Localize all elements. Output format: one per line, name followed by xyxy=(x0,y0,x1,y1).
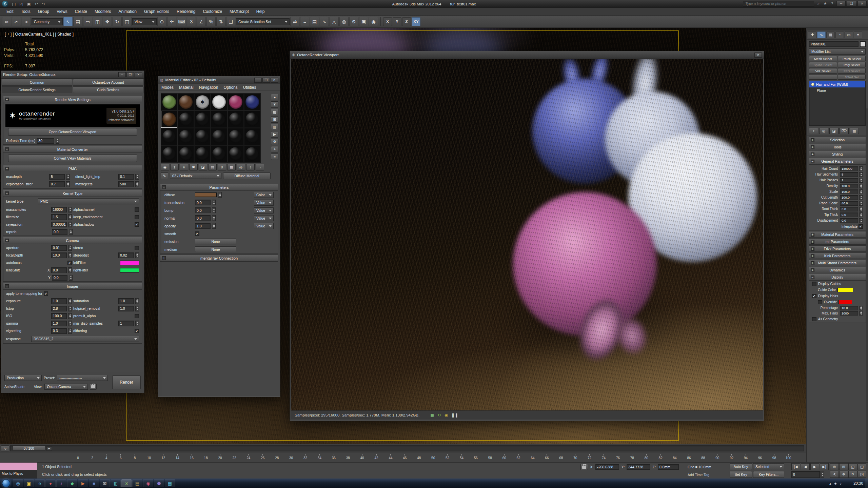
maximize-icon[interactable]: ❐ xyxy=(126,72,134,77)
material-sample-slot[interactable] xyxy=(161,145,177,162)
material-sample-slot[interactable] xyxy=(161,128,177,145)
window-crossing-icon[interactable]: ◫ xyxy=(93,17,102,26)
axis-constraint-button[interactable]: Y xyxy=(393,17,401,26)
kernel-type-dropdown[interactable]: PMC xyxy=(38,198,139,204)
menu-item[interactable]: Views xyxy=(53,8,71,15)
search-input[interactable] xyxy=(743,1,814,6)
keep-environment-checkbox[interactable] xyxy=(135,215,139,219)
display-tab-icon[interactable]: ▭ xyxy=(845,32,853,38)
alphachannel-checkbox[interactable] xyxy=(135,207,139,212)
help-icon[interactable]: ? xyxy=(829,1,835,6)
pan-icon[interactable]: ✥ xyxy=(839,471,848,478)
filtersize-field[interactable]: 1.5 xyxy=(51,214,67,220)
taskbar-app-icon[interactable]: e xyxy=(35,479,45,487)
percentage-field[interactable]: 10.0 xyxy=(840,306,858,310)
select-and-scale-icon[interactable]: ◱ xyxy=(122,17,132,26)
render-setup-tab[interactable]: OctaneRender Settings xyxy=(2,86,72,93)
view-dropdown[interactable]: OctaneCamera xyxy=(44,384,88,390)
taskbar-app-icon[interactable]: ♪ xyxy=(56,479,66,487)
time-slider-handle[interactable]: 0 / 100 xyxy=(13,446,45,451)
gamma-field[interactable]: 1.0 xyxy=(51,321,67,326)
apply-tone-mapping-checkbox[interactable]: ✔ xyxy=(44,291,48,296)
render-setup-titlebar[interactable]: Render Setup: Octane3dsmax ─ ❐ ✕ xyxy=(1,71,144,79)
panel-scrollbar[interactable] xyxy=(866,108,868,461)
material-editor-menu-item[interactable]: Modes xyxy=(161,84,174,91)
motion-tab-icon[interactable]: ◔ xyxy=(835,32,844,38)
rollout-header[interactable]: +Selection xyxy=(809,137,866,143)
material-sample-slot[interactable] xyxy=(211,128,227,145)
set-key-button[interactable]: Set Key xyxy=(730,471,752,478)
preset-dropdown[interactable]: ------------------- xyxy=(57,375,108,381)
as-geometry-checkbox[interactable] xyxy=(812,317,816,321)
reset-map-icon[interactable]: ✖ xyxy=(189,164,198,170)
selection-filter-dropdown[interactable]: Geometry xyxy=(32,18,63,25)
parameter-field[interactable]: 100.0 xyxy=(840,189,858,194)
selection-lock-toggle[interactable] xyxy=(580,464,588,470)
rollout-header[interactable]: +Kink Parameters xyxy=(809,252,866,259)
macro-recorder-line[interactable] xyxy=(0,463,37,470)
add-time-tag[interactable]: Add Time Tag xyxy=(688,473,709,477)
leftfilter-color-swatch[interactable] xyxy=(120,261,139,265)
material-sample-slot[interactable] xyxy=(228,111,244,128)
bind-to-space-warp-icon[interactable]: ≈ xyxy=(22,17,31,26)
menu-item[interactable]: Edit xyxy=(3,8,17,15)
maxscript-mini-listener[interactable]: Max to Physc xyxy=(0,463,37,479)
rollout-header[interactable]: General Parameters xyxy=(809,158,866,165)
modifier-set-button[interactable] xyxy=(809,74,837,80)
premult-alpha-checkbox[interactable] xyxy=(135,314,139,318)
open-file-icon[interactable]: ◰ xyxy=(18,1,25,7)
parameter-field[interactable]: 1 xyxy=(840,178,858,183)
rollout-header[interactable]: Material Converter xyxy=(3,146,142,153)
zoom-extents-all-icon[interactable]: ◳ xyxy=(857,463,866,470)
close-icon[interactable]: ✕ xyxy=(271,78,278,83)
autofocus-checkbox[interactable]: ✔ xyxy=(67,261,72,265)
override-color-swatch[interactable] xyxy=(839,300,852,304)
stereo-checkbox[interactable] xyxy=(135,246,139,250)
menu-item[interactable]: Modifiers xyxy=(91,8,115,15)
rollout-header[interactable]: Display xyxy=(809,274,866,281)
tray-volume-icon[interactable]: ♪ xyxy=(840,482,842,485)
modifier-set-button[interactable]: Patch Select xyxy=(838,56,866,61)
viewport-label[interactable]: [ + ] [ OctaneCamera_001 ] [ Shaded ] xyxy=(5,32,74,37)
tray-show-hidden-icon[interactable]: ▴ xyxy=(829,482,831,485)
show-map-in-viewport-icon[interactable]: ▦ xyxy=(227,164,236,170)
zoom-icon[interactable]: ⊕ xyxy=(830,463,839,470)
min-disp-samples-field[interactable]: 1 xyxy=(118,321,134,326)
interpolate-checkbox[interactable]: ✔ xyxy=(859,224,863,229)
taskbar-clock[interactable]: 20:30 xyxy=(853,479,863,488)
close-icon[interactable]: ✕ xyxy=(135,72,142,77)
convert-vray-materials-button[interactable]: Convert VRay Materials xyxy=(8,155,137,162)
next-frame-icon[interactable]: ▶| xyxy=(820,463,829,470)
material-sample-slot[interactable] xyxy=(211,111,227,128)
pmc-field-value[interactable]: 0.7 xyxy=(49,181,65,187)
material-sample-slot[interactable] xyxy=(244,128,260,145)
menu-item[interactable]: Group xyxy=(34,8,53,15)
menu-item[interactable]: Help xyxy=(253,8,269,15)
taskbar-app-icon[interactable]: ◧ xyxy=(111,479,121,487)
transmission-mode-dropdown[interactable]: Value xyxy=(254,200,274,206)
tray-network-icon[interactable]: ◈ xyxy=(834,482,837,485)
time-slider-track[interactable]: 0 / 100 ► xyxy=(10,445,804,451)
refresh-time-field[interactable]: 30 xyxy=(37,138,54,144)
fstop-field[interactable]: 2.8 xyxy=(51,306,67,311)
mini-curve-editor-icon[interactable]: ∿ xyxy=(1,445,9,451)
material-editor-menu-item[interactable]: Options xyxy=(223,84,237,91)
hotpixel-removal-field[interactable]: 1.0 xyxy=(118,306,134,311)
rollout-header[interactable]: Parameters xyxy=(160,184,278,191)
modifier-enabled-icon[interactable] xyxy=(811,83,814,86)
utilities-tab-icon[interactable]: ✶ xyxy=(854,32,862,38)
opacity-mode-dropdown[interactable]: Value xyxy=(254,223,274,229)
refresh-render-icon[interactable]: ↻ xyxy=(438,413,441,418)
sample-uv-tiling-icon[interactable]: ⊞ xyxy=(271,116,278,123)
get-material-icon[interactable]: ◉ xyxy=(161,164,169,170)
taskbar-app-icon[interactable]: ▶ xyxy=(78,479,88,487)
aperture-field[interactable]: 0.01 xyxy=(51,245,67,251)
render-setup-tab[interactable]: Common xyxy=(2,79,72,86)
display-guides-checkbox[interactable] xyxy=(812,282,816,286)
named-selection-sets-dropdown[interactable]: Create Selection Set xyxy=(236,18,290,25)
menu-item[interactable]: MAXScript xyxy=(226,8,253,15)
object-name-field[interactable]: Plane001 xyxy=(809,41,859,47)
rectangular-selection-icon[interactable]: ▭ xyxy=(83,17,92,26)
material-sample-slot[interactable] xyxy=(194,111,211,128)
alphashadow-checkbox[interactable]: ✔ xyxy=(135,222,139,227)
